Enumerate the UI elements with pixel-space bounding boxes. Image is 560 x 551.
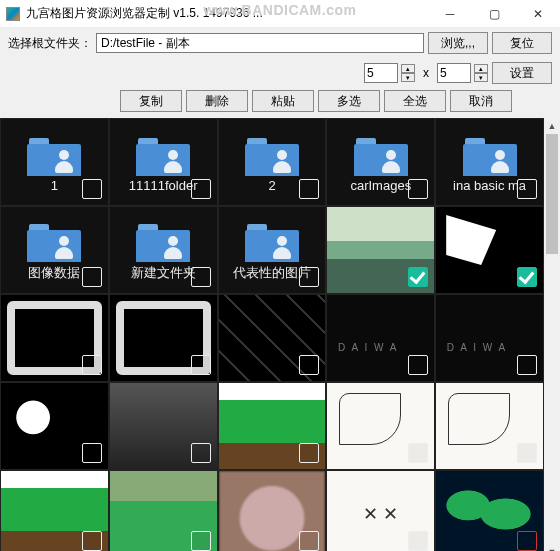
- close-button[interactable]: ✕: [516, 0, 560, 28]
- browse-button[interactable]: 浏览,,,: [428, 32, 488, 54]
- folder-cell[interactable]: 11111folder: [109, 118, 218, 206]
- checkbox[interactable]: [82, 443, 102, 463]
- copy-button[interactable]: 复制: [120, 90, 182, 112]
- checkbox[interactable]: [408, 267, 428, 287]
- rows-stepper[interactable]: ▴▾: [474, 64, 488, 82]
- scroll-down-arrow[interactable]: ▼: [544, 544, 560, 551]
- cols-input[interactable]: 5: [364, 63, 398, 83]
- reset-button[interactable]: 复位: [492, 32, 552, 54]
- path-input[interactable]: [96, 33, 424, 53]
- folder-cell[interactable]: 2: [218, 118, 327, 206]
- checkbox[interactable]: [408, 179, 428, 199]
- grid-area: 1 11111folder 2 carImages ina basic ma 图…: [0, 118, 560, 551]
- cancel-button[interactable]: 取消: [450, 90, 512, 112]
- app-icon: [6, 7, 20, 21]
- checkbox[interactable]: [299, 355, 319, 375]
- minimize-button[interactable]: ─: [428, 0, 472, 28]
- checkbox[interactable]: [408, 443, 428, 463]
- image-cell[interactable]: [109, 382, 218, 470]
- rows-input[interactable]: 5: [437, 63, 471, 83]
- selectall-button[interactable]: 全选: [384, 90, 446, 112]
- image-cell[interactable]: [435, 294, 544, 382]
- image-cell[interactable]: [326, 382, 435, 470]
- checkbox[interactable]: [191, 443, 211, 463]
- scroll-thumb[interactable]: [546, 134, 558, 254]
- x-label: x: [419, 66, 433, 80]
- multi-button[interactable]: 多选: [318, 90, 380, 112]
- checkbox[interactable]: [517, 355, 537, 375]
- folder-icon: [136, 224, 190, 262]
- delete-button[interactable]: 删除: [186, 90, 248, 112]
- image-cell[interactable]: [218, 470, 327, 551]
- checkbox[interactable]: [82, 355, 102, 375]
- folder-icon: [27, 138, 81, 176]
- folder-cell[interactable]: 代表性的图片: [218, 206, 327, 294]
- scroll-up-arrow[interactable]: ▲: [544, 118, 560, 134]
- folder-icon: [27, 224, 81, 262]
- checkbox[interactable]: [299, 443, 319, 463]
- image-cell[interactable]: [326, 294, 435, 382]
- image-cell[interactable]: [218, 382, 327, 470]
- maximize-button[interactable]: ▢: [472, 0, 516, 28]
- vertical-scrollbar[interactable]: ▲ ▼: [544, 118, 560, 551]
- checkbox[interactable]: [517, 531, 537, 551]
- folder-icon: [136, 138, 190, 176]
- folder-icon: [463, 138, 517, 176]
- checkbox[interactable]: [82, 179, 102, 199]
- folder-cell[interactable]: ina basic ma: [435, 118, 544, 206]
- folder-icon: [245, 138, 299, 176]
- cols-stepper[interactable]: ▴▾: [401, 64, 415, 82]
- image-cell[interactable]: [0, 470, 109, 551]
- image-cell[interactable]: [435, 206, 544, 294]
- image-cell[interactable]: [109, 470, 218, 551]
- image-cell[interactable]: [435, 382, 544, 470]
- image-cell[interactable]: [326, 206, 435, 294]
- checkbox[interactable]: [408, 355, 428, 375]
- checkbox[interactable]: [299, 267, 319, 287]
- folder-cell[interactable]: 新建文件夹: [109, 206, 218, 294]
- checkbox[interactable]: [191, 179, 211, 199]
- folder-cell[interactable]: 1: [0, 118, 109, 206]
- image-cell[interactable]: [0, 294, 109, 382]
- image-cell[interactable]: [109, 294, 218, 382]
- checkbox[interactable]: [517, 179, 537, 199]
- image-cell[interactable]: [218, 294, 327, 382]
- checkbox[interactable]: [517, 267, 537, 287]
- checkbox[interactable]: [191, 531, 211, 551]
- checkbox[interactable]: [191, 267, 211, 287]
- window-title: 九宫格图片资源浏览器定制 v1.5. 1497936 ...: [26, 5, 428, 22]
- toolbar: 复制 删除 粘贴 多选 全选 取消: [0, 88, 560, 118]
- path-label: 选择根文件夹：: [8, 35, 92, 52]
- image-cell[interactable]: [435, 470, 544, 551]
- image-cell[interactable]: [0, 382, 109, 470]
- titlebar: 九宫格图片资源浏览器定制 v1.5. 1497936 ... ─ ▢ ✕: [0, 0, 560, 28]
- checkbox[interactable]: [82, 267, 102, 287]
- path-row: 选择根文件夹： 浏览,,, 复位: [0, 28, 560, 58]
- checkbox[interactable]: [191, 355, 211, 375]
- paste-button[interactable]: 粘贴: [252, 90, 314, 112]
- folder-cell[interactable]: 图像数据: [0, 206, 109, 294]
- checkbox[interactable]: [82, 531, 102, 551]
- folder-icon: [354, 138, 408, 176]
- grid: 1 11111folder 2 carImages ina basic ma 图…: [0, 118, 544, 551]
- folder-icon: [245, 224, 299, 262]
- folder-cell[interactable]: carImages: [326, 118, 435, 206]
- checkbox[interactable]: [299, 531, 319, 551]
- checkbox[interactable]: [408, 531, 428, 551]
- settings-button[interactable]: 设置: [492, 62, 552, 84]
- checkbox[interactable]: [299, 179, 319, 199]
- checkbox[interactable]: [517, 443, 537, 463]
- size-row: 5 ▴▾ x 5 ▴▾ 设置: [0, 58, 560, 88]
- image-cell[interactable]: [326, 470, 435, 551]
